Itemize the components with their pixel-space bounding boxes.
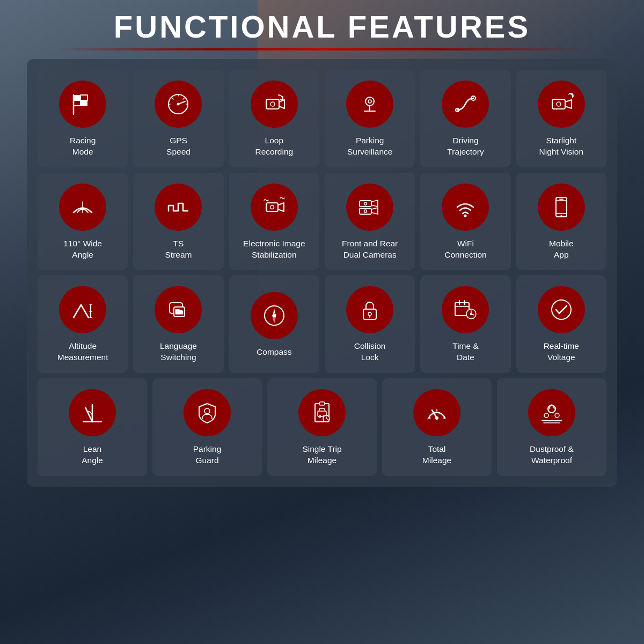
svg-rect-2 [74,100,80,106]
dustproof-waterproof-icon [538,399,565,426]
wifi-icon-circle [442,184,489,231]
svg-point-15 [270,102,275,106]
total-mileage-label: TotalMileage [422,444,451,466]
svg-point-17 [368,100,371,103]
svg-point-54 [368,312,371,316]
svg-line-7 [178,101,185,104]
parking-guard-icon-circle [184,389,231,436]
ts-stream-icon-circle [155,184,202,231]
voltage-icon-circle [538,286,585,333]
svg-marker-24 [565,100,572,108]
feature-lean-angle: LeanAngle [38,378,147,476]
feature-parking-guard: ParkingGuard [152,378,262,476]
compass-icon [261,302,288,329]
feature-single-trip-mileage: Single TripMileage [267,378,377,476]
svg-point-35 [364,210,367,213]
feature-total-mileage: TotalMileage [382,378,492,476]
time-date-icon-circle [442,286,489,333]
starlight-night-vision-icon [548,91,575,118]
svg-rect-33 [360,208,371,214]
svg-marker-31 [371,200,378,207]
driving-trajectory-icon-circle [442,80,489,128]
wide-angle-label: 110° WideAngle [63,238,102,261]
svg-rect-23 [552,99,565,109]
svg-point-64 [552,300,571,319]
feature-dual-cameras: Front and RearDual Cameras [325,173,415,270]
collision-lock-icon-circle [346,286,393,333]
feature-ts-stream: TSStream [133,173,223,270]
single-trip-mileage-icon-circle [298,389,346,436]
feature-wifi: WiFiConnection [420,173,510,270]
feature-wide-angle: 110° WideAngle [38,173,128,270]
page-title: FUNCTIONAL FEATURES [27,10,617,44]
single-trip-mileage-icon [309,399,335,426]
ts-stream-label: TSStream [165,238,192,261]
main-container: FUNCTIONAL FEATURES RacingMode [27,0,617,487]
voltage-icon [548,296,575,323]
svg-point-32 [364,202,367,205]
features-grid: RacingMode GPSSpeed [27,59,617,487]
svg-line-67 [85,407,92,422]
feature-driving-trajectory: DrivingTrajectory [420,70,510,167]
racing-mode-icon-circle [59,80,106,128]
altitude-icon-circle [59,286,106,333]
dual-cameras-label: Front and RearDual Cameras [342,238,398,261]
svg-text:En: En [175,309,183,315]
mobile-app-label: MobileApp [549,238,574,261]
svg-point-40 [560,215,562,216]
altitude-icon [69,296,96,323]
svg-rect-30 [360,201,371,207]
lean-angle-icon [79,399,106,426]
parking-surveillance-label: ParkingSurveillance [347,135,392,158]
racing-mode-icon [69,91,96,118]
collision-lock-icon [356,296,383,323]
total-mileage-icon-circle [413,389,460,436]
feature-voltage: Real-timeVoltage [516,275,606,373]
total-mileage-icon [423,399,450,426]
lean-angle-icon-circle [69,389,116,436]
language-label: LanguageSwitching [160,341,197,363]
svg-point-68 [204,408,210,414]
collision-lock-label: CollisionLock [354,341,386,363]
gps-speed-icon-circle [155,80,202,128]
svg-point-16 [365,97,374,106]
mobile-app-icon-circle [538,184,585,231]
driving-trajectory-icon [452,91,479,118]
starlight-night-vision-icon-circle [538,80,585,128]
feature-language: En LanguageSwitching [133,275,223,373]
dual-cameras-icon-circle [346,184,393,231]
svg-marker-28 [278,203,284,211]
feature-row-1: RacingMode GPSSpeed [38,70,606,167]
language-icon: En [165,296,192,323]
feature-collision-lock: CollisionLock [325,275,415,373]
dustproof-waterproof-label: Dustproof &Waterproof [530,444,574,466]
ts-stream-icon [165,194,192,221]
svg-line-8 [172,98,173,99]
wifi-label: WiFiConnection [444,238,486,261]
svg-point-84 [555,413,559,418]
svg-rect-0 [74,95,80,100]
feature-row-3: AltitudeMeasurement En LanguageSwitching [38,275,606,373]
svg-point-25 [557,102,561,106]
svg-marker-14 [279,100,284,108]
time-date-icon [452,296,479,323]
feature-altitude: AltitudeMeasurement [38,275,128,373]
eis-label: Electronic ImageStabilization [243,238,305,261]
svg-point-63 [471,313,472,314]
svg-rect-3 [80,100,87,106]
loop-recording-icon-circle [251,80,298,128]
feature-compass: Compass [229,275,319,373]
svg-point-36 [464,214,467,217]
single-trip-mileage-label: Single TripMileage [302,444,341,466]
feature-row-2: 110° WideAngle TSStream [38,173,606,270]
svg-rect-41 [559,199,564,200]
time-date-label: Time &Date [452,341,479,363]
feature-time-date: Time &Date [420,275,510,373]
feature-mobile-app: MobileApp [516,173,606,270]
svg-rect-70 [319,402,325,405]
lean-angle-label: LeanAngle [82,444,103,466]
feature-starlight-night-vision: StarlightNight Vision [516,70,606,167]
compass-icon-circle [251,292,298,339]
driving-trajectory-label: DrivingTrajectory [447,135,484,158]
header-underline [56,48,588,50]
